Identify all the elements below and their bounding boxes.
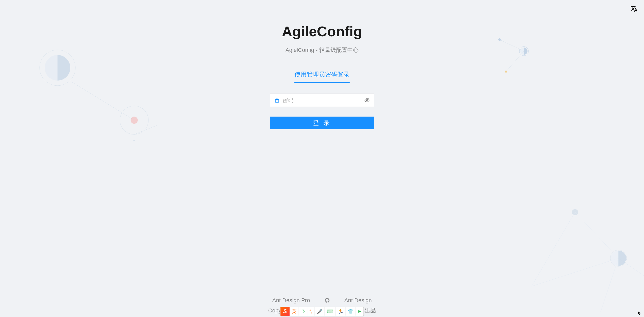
login-tabs: 使用管理员密码登录: [294, 70, 350, 83]
eye-invisible-icon[interactable]: [364, 97, 370, 103]
ime-shirt-icon[interactable]: 👕: [346, 307, 355, 316]
github-icon: [324, 298, 330, 303]
ime-grid-icon[interactable]: ⊞: [355, 307, 364, 316]
login-button[interactable]: 登 录: [270, 117, 374, 129]
password-input[interactable]: [282, 97, 362, 104]
ime-keyboard-icon[interactable]: ⌨: [325, 307, 336, 316]
cursor-icon: [638, 311, 642, 316]
footer-links: Ant Design Pro Ant Design: [0, 297, 644, 304]
page-subtitle: AgielConfig - 轻量级配置中心: [285, 46, 359, 54]
translate-icon: [630, 5, 638, 12]
password-wrapper: [270, 94, 374, 107]
ime-punct-icon[interactable]: °,: [307, 307, 314, 316]
language-switch[interactable]: [630, 5, 638, 13]
footer-github-link[interactable]: [324, 298, 330, 303]
ime-moon-icon[interactable]: ☽: [298, 307, 307, 316]
ime-lang-toggle[interactable]: 英: [290, 307, 298, 316]
ime-mic-icon[interactable]: 🎤: [315, 307, 325, 316]
ime-logo-icon: S: [280, 307, 290, 316]
login-form: 登 录: [270, 94, 374, 129]
footer-link-antd[interactable]: Ant Design: [344, 297, 372, 304]
footer-link-pro[interactable]: Ant Design Pro: [272, 297, 310, 304]
tab-admin-login[interactable]: 使用管理员密码登录: [294, 70, 350, 83]
page-title: AgileConfig: [282, 23, 362, 40]
ime-person-icon[interactable]: 🏃: [336, 307, 346, 316]
lock-icon: [274, 97, 280, 103]
ime-toolbar[interactable]: S 英 ☽ °, 🎤 ⌨ 🏃 👕 ⊞: [280, 307, 364, 316]
